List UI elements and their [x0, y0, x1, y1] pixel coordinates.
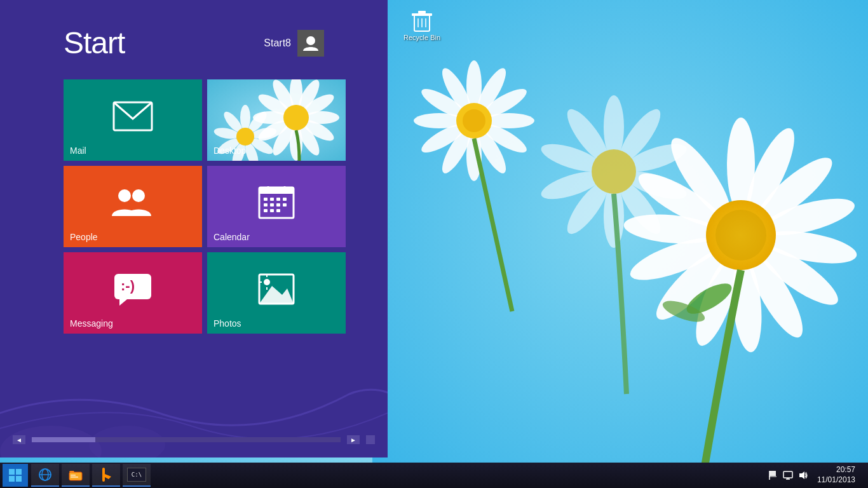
taskbar-start-button[interactable]: [3, 464, 28, 487]
recycle-bin[interactable]: Recycle Bin: [403, 10, 440, 41]
svg-marker-97: [259, 286, 294, 304]
svg-point-73: [132, 189, 145, 202]
svg-rect-110: [102, 468, 105, 482]
clock-date: 11/01/2013: [817, 475, 855, 485]
svg-text::-): :-): [121, 278, 135, 294]
svg-point-46: [306, 36, 315, 45]
tile-messaging[interactable]: :-) Messaging: [64, 252, 202, 334]
svg-rect-108: [71, 475, 76, 476]
people-icon: [111, 187, 155, 221]
tiles-grid: Mail: [0, 79, 388, 334]
svg-point-41: [592, 149, 636, 194]
tile-photos-label: Photos: [214, 318, 241, 329]
svg-rect-77: [283, 186, 286, 191]
system-tray: 20:57 11/01/2013: [766, 465, 865, 485]
svg-rect-114: [783, 471, 792, 478]
svg-rect-100: [418, 11, 426, 13]
tile-mail[interactable]: Mail: [64, 79, 202, 161]
svg-point-93: [264, 279, 270, 285]
network-icon-tray[interactable]: [782, 469, 794, 482]
taskbar: C:\: [0, 463, 868, 488]
svg-rect-112: [769, 476, 776, 477]
start-title: Start: [64, 25, 125, 60]
calendar-icon: [258, 186, 295, 222]
clock-time: 20:57: [836, 465, 855, 475]
taskbar-cmd-button[interactable]: C:\: [123, 464, 151, 487]
avatar[interactable]: [297, 30, 324, 57]
start-panel: Start Start8 Mail: [0, 0, 388, 458]
svg-marker-117: [799, 471, 804, 479]
svg-point-71: [236, 128, 254, 146]
svg-rect-82: [264, 203, 268, 207]
svg-rect-86: [264, 209, 268, 212]
photos-icon: [258, 273, 295, 308]
taskbar-explorer-button[interactable]: [62, 464, 90, 487]
tile-people-label: People: [70, 232, 98, 242]
tile-calendar-label: Calendar: [214, 232, 250, 242]
svg-rect-75: [259, 187, 294, 194]
svg-rect-76: [267, 186, 269, 191]
recycle-bin-label: Recycle Bin: [403, 34, 440, 41]
tile-mail-label: Mail: [70, 146, 86, 156]
tile-messaging-label: Messaging: [70, 318, 113, 329]
svg-rect-78: [264, 198, 268, 201]
svg-rect-107: [69, 472, 82, 480]
tile-people[interactable]: People: [64, 166, 202, 247]
scroll-track[interactable]: [32, 437, 341, 442]
user-section[interactable]: Start8: [264, 30, 324, 57]
svg-rect-85: [283, 203, 287, 207]
svg-marker-90: [119, 299, 127, 306]
tile-photos[interactable]: Photos: [207, 252, 346, 334]
tile-desktop[interactable]: Desktop: [207, 79, 346, 161]
svg-rect-80: [276, 198, 280, 201]
svg-rect-88: [276, 209, 280, 212]
taskbar-ie-button[interactable]: [31, 464, 59, 487]
tile-calendar[interactable]: Calendar: [207, 166, 346, 247]
flag-icon: [768, 470, 778, 480]
messaging-icon: :-): [113, 273, 153, 308]
svg-rect-79: [270, 198, 274, 201]
scroll-end-button[interactable]: [366, 435, 375, 444]
svg-point-72: [118, 189, 131, 202]
desktop-wallpaper: [372, 0, 868, 464]
svg-rect-111: [770, 471, 776, 476]
svg-rect-87: [270, 209, 274, 212]
bing-icon: [100, 468, 112, 482]
svg-rect-84: [276, 203, 280, 207]
windows-icon: [9, 469, 22, 482]
recycle-bin-icon: [412, 10, 432, 32]
svg-rect-99: [412, 13, 432, 16]
ie-icon: [38, 468, 52, 482]
scrollbar-area: ◄ ►: [0, 435, 388, 445]
scroll-left-button[interactable]: ◄: [13, 435, 25, 444]
mail-icon: [112, 101, 153, 134]
svg-rect-109: [71, 477, 78, 478]
clock-tray[interactable]: 20:57 11/01/2013: [812, 465, 860, 485]
start-header: Start Start8: [0, 0, 388, 79]
svg-rect-81: [283, 198, 287, 201]
flag-icon-tray[interactable]: [766, 469, 779, 482]
tile-desktop-label: Desktop: [214, 146, 246, 156]
cmd-icon: C:\: [127, 468, 146, 482]
svg-point-30: [463, 109, 485, 132]
scroll-thumb[interactable]: [32, 437, 95, 442]
svg-point-62: [240, 105, 250, 130]
taskbar-bing-button[interactable]: [92, 464, 120, 487]
svg-point-16: [715, 210, 766, 261]
network-icon: [783, 470, 793, 480]
speaker-icon: [798, 470, 808, 480]
speaker-icon-tray[interactable]: [797, 469, 810, 482]
username-label: Start8: [264, 37, 291, 49]
scroll-right-button[interactable]: ►: [347, 435, 360, 444]
svg-rect-83: [270, 203, 274, 207]
svg-point-61: [283, 105, 309, 130]
explorer-icon: [69, 468, 83, 481]
